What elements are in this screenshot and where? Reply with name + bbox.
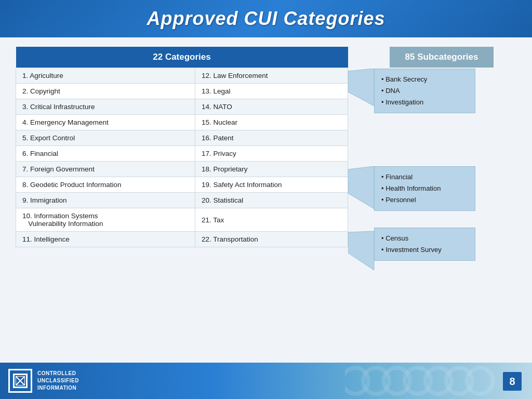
table-cell-right: 12. Law Enforcement bbox=[195, 68, 348, 84]
header: Approved CUI Categories bbox=[0, 0, 532, 37]
subcat-box-2: • Financial • Health Information • Perso… bbox=[374, 166, 475, 211]
table-cell-right: 15. Nuclear bbox=[195, 115, 348, 130]
table-cell-right: 20. Statistical bbox=[195, 193, 348, 208]
table-row: 3. Critical Infrastructure14. NATO bbox=[16, 99, 348, 115]
table-cell-right: 17. Privacy bbox=[195, 146, 348, 162]
table-row: 10. Information Systems Vulnerability In… bbox=[16, 208, 348, 232]
table-header-row: 22 Categories bbox=[16, 47, 348, 68]
footer: CONTROLLED UNCLASSIFIED INFORMATION 8 bbox=[0, 363, 532, 399]
categories-table: 22 Categories 1. Agriculture12. Law Enfo… bbox=[16, 47, 348, 247]
connector-shape-3 bbox=[348, 231, 374, 270]
connector-shape-2 bbox=[348, 166, 374, 209]
categories-header: 22 Categories bbox=[16, 47, 348, 68]
subcat-content-2: • Financial • Health Information • Perso… bbox=[374, 166, 475, 211]
table-row: 2. Copyright13. Legal bbox=[16, 84, 348, 99]
cui-text-label: CONTROLLED UNCLASSIFIED INFORMATION bbox=[37, 370, 79, 392]
cui-logo bbox=[8, 369, 32, 393]
subcat-box-1: • Bank Secrecy • DNA • Investigation bbox=[374, 69, 475, 113]
table-row: 9. Immigration20. Statistical bbox=[16, 193, 348, 208]
table-row: 4. Emergency Management15. Nuclear bbox=[16, 115, 348, 130]
table-cell-left: 3. Critical Infrastructure bbox=[16, 99, 195, 115]
table-cell-left: 9. Immigration bbox=[16, 193, 195, 208]
table-row: 6. Financial17. Privacy bbox=[16, 146, 348, 162]
table-cell-left: 10. Information Systems Vulnerability In… bbox=[16, 208, 195, 232]
page-title: Approved CUI Categories bbox=[147, 8, 385, 30]
table-cell-right: 22. Transportation bbox=[195, 232, 348, 247]
table-cell-left: 6. Financial bbox=[16, 146, 195, 162]
table-row: 11. Intelligence22. Transportation bbox=[16, 232, 348, 247]
table-row: 8. Geodetic Product Information19. Safet… bbox=[16, 177, 348, 193]
table-cell-right: 21. Tax bbox=[195, 208, 348, 232]
connector-shape-1 bbox=[348, 69, 374, 106]
table-cell-left: 7. Foreign Government bbox=[16, 162, 195, 177]
main-content: 22 Categories 1. Agriculture12. Law Enfo… bbox=[0, 37, 532, 363]
subcategories-header: 85 Subcategories bbox=[390, 47, 494, 68]
table-cell-right: 18. Proprietary bbox=[195, 162, 348, 177]
table-cell-left: 4. Emergency Management bbox=[16, 115, 195, 130]
table-cell-left: 2. Copyright bbox=[16, 84, 195, 99]
cui-logo-inner bbox=[13, 374, 28, 388]
subcat-box-3: • Census • Investment Survey bbox=[374, 228, 475, 261]
table-cell-left: 8. Geodetic Product Information bbox=[16, 177, 195, 193]
table-row: 1. Agriculture12. Law Enforcement bbox=[16, 68, 348, 84]
table-cell-left: 5. Export Control bbox=[16, 130, 195, 146]
subcategories-panel: 85 Subcategories • Bank Secrecy • DNA • … bbox=[348, 47, 516, 68]
table-cell-left: 1. Agriculture bbox=[16, 68, 195, 84]
content-wrapper: 22 Categories 1. Agriculture12. Law Enfo… bbox=[16, 47, 516, 247]
subcat-content-3: • Census • Investment Survey bbox=[374, 228, 475, 261]
table-row: 7. Foreign Government18. Proprietary bbox=[16, 162, 348, 177]
footer-pattern bbox=[345, 363, 501, 399]
subcat-content-1: • Bank Secrecy • DNA • Investigation bbox=[374, 69, 475, 113]
table-cell-right: 14. NATO bbox=[195, 99, 348, 115]
table-cell-right: 16. Patent bbox=[195, 130, 348, 146]
table-cell-right: 19. Safety Act Information bbox=[195, 177, 348, 193]
page-number: 8 bbox=[503, 372, 522, 391]
table-cell-left: 11. Intelligence bbox=[16, 232, 195, 247]
cui-icon bbox=[16, 376, 25, 385]
connector-svg bbox=[348, 69, 532, 375]
table-body: 1. Agriculture12. Law Enforcement2. Copy… bbox=[16, 68, 348, 247]
table-cell-right: 13. Legal bbox=[195, 84, 348, 99]
table-row: 5. Export Control16. Patent bbox=[16, 130, 348, 146]
